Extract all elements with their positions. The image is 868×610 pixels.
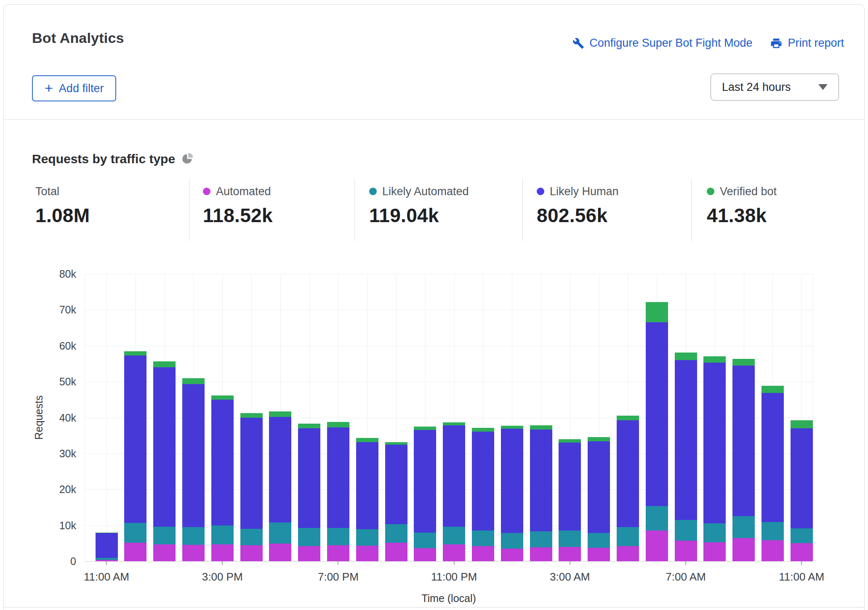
bar-segment-likely-automated	[791, 528, 813, 543]
y-tick-label: 60k	[32, 339, 76, 352]
bar-segment-likely-automated	[240, 529, 263, 545]
x-tick-label: 7:00 PM	[318, 570, 359, 583]
configure-super-bot-fight-mode-link[interactable]: Configure Super Bot Fight Mode	[572, 37, 752, 50]
stacked-bar-3-00-pm[interactable]	[211, 395, 234, 561]
stacked-bar-7-00-pm[interactable]	[327, 422, 349, 561]
bar-segment-automated	[182, 545, 205, 561]
stacked-bar-10-00-pm[interactable]	[414, 427, 436, 561]
bar-segment-automated	[298, 546, 320, 561]
bar-segment-likely-human	[472, 432, 494, 530]
bar-segment-likely-automated	[559, 530, 581, 546]
requests-by-traffic-type-chart: Requests Time (local) 010k20k30k40k50k60…	[85, 274, 813, 561]
x-gridline	[85, 274, 85, 561]
wrench-icon	[572, 37, 584, 49]
bar-segment-likely-human	[153, 367, 176, 527]
stacked-bar-9-00-am[interactable]	[732, 359, 755, 561]
stacked-bar-9-00-pm[interactable]	[385, 442, 407, 561]
stacked-bar-5-00-pm[interactable]	[269, 411, 291, 561]
bar-segment-verified-bot	[646, 302, 668, 322]
stat-verified-bot-label: Verified bot	[720, 185, 777, 198]
bot-analytics-card: Bot Analytics Configure Super Bot Fight …	[3, 4, 865, 610]
y-tick-label: 0	[32, 555, 76, 568]
bar-segment-verified-bot	[761, 386, 784, 393]
stat-likely-human: Likely Human 802.56k	[537, 185, 619, 227]
page-title: Bot Analytics	[32, 30, 124, 46]
stat-divider	[354, 179, 355, 241]
bar-segment-automated	[675, 541, 697, 561]
bar-segment-likely-automated	[617, 527, 639, 546]
stat-divider	[189, 179, 189, 241]
stat-total-label: Total	[35, 185, 59, 198]
stacked-bar-5-00-am[interactable]	[617, 416, 639, 561]
bar-segment-likely-automated	[530, 531, 552, 547]
bar-segment-automated	[240, 545, 263, 561]
y-gridline	[85, 561, 813, 562]
likely-human-legend-dot	[537, 188, 544, 195]
bar-segment-verified-bot	[385, 442, 407, 445]
bar-segment-likely-automated	[269, 522, 291, 544]
x-tick-mark	[338, 561, 338, 565]
bar-segment-verified-bot	[269, 411, 291, 417]
stat-automated-value: 118.52k	[203, 204, 273, 227]
stacked-bar-4-00-am[interactable]	[588, 437, 610, 561]
bar-segment-likely-automated	[588, 533, 610, 548]
bar-segment-likely-automated	[327, 528, 349, 546]
bar-segment-likely-human	[675, 360, 697, 520]
stacked-bar-12-00-pm[interactable]	[124, 351, 146, 561]
printer-icon	[770, 37, 783, 50]
bar-segment-verified-bot	[414, 427, 436, 430]
stacked-bar-4-00-pm[interactable]	[240, 413, 263, 561]
bar-segment-likely-automated	[385, 524, 407, 543]
bar-segment-likely-automated	[211, 525, 234, 544]
stacked-bar-2-00-pm[interactable]	[182, 378, 205, 561]
x-tick-mark	[106, 561, 107, 565]
bar-segment-verified-bot	[588, 437, 610, 441]
stacked-bar-11-00-pm[interactable]	[443, 422, 465, 561]
add-filter-button[interactable]: + Add filter	[32, 75, 116, 101]
bar-segment-likely-human	[96, 533, 118, 558]
stacked-bar-12-00-am[interactable]	[472, 428, 494, 561]
stacked-bar-11-00-am[interactable]	[791, 420, 813, 561]
bar-segment-likely-human	[327, 427, 349, 528]
x-tick-label: 11:00 AM	[779, 570, 824, 583]
stacked-bar-8-00-pm[interactable]	[356, 438, 378, 561]
pie-chart-icon	[182, 153, 193, 166]
bar-segment-likely-human	[761, 393, 784, 522]
bar-segment-verified-bot	[530, 425, 552, 429]
print-report-link[interactable]: Print report	[770, 37, 844, 50]
stacked-bar-6-00-pm[interactable]	[298, 424, 320, 561]
x-tick-mark	[222, 561, 223, 565]
stacked-bar-8-00-am[interactable]	[703, 356, 726, 561]
stacked-bar-6-00-am[interactable]	[646, 302, 668, 561]
bar-segment-automated	[414, 548, 436, 561]
bar-segment-automated	[761, 540, 784, 561]
bar-segment-likely-human	[703, 363, 726, 523]
stacked-bar-1-00-pm[interactable]	[153, 361, 176, 561]
header-actions: Configure Super Bot Fight Mode Print rep…	[572, 37, 844, 50]
stat-likely-automated: Likely Automated 119.04k	[369, 185, 469, 227]
stacked-bar-11-00-am[interactable]	[96, 533, 118, 561]
bar-segment-likely-human	[559, 443, 581, 530]
stat-verified-bot-value: 41.38k	[707, 204, 777, 227]
bar-segment-likely-automated	[298, 528, 320, 546]
chevron-down-icon	[818, 84, 828, 90]
stacked-bar-1-00-am[interactable]	[501, 426, 523, 561]
bar-segment-verified-bot	[703, 356, 726, 363]
y-tick-label: 30k	[32, 447, 76, 460]
bar-segment-likely-automated	[182, 527, 205, 545]
stacked-bar-7-00-am[interactable]	[675, 353, 697, 561]
bar-segment-automated	[617, 546, 639, 561]
bar-segment-automated	[501, 549, 523, 561]
bar-segment-verified-bot	[327, 422, 349, 427]
bar-segment-verified-bot	[153, 361, 176, 367]
y-tick-label: 40k	[32, 411, 76, 424]
stat-total-value: 1.08M	[35, 204, 90, 227]
time-range-select[interactable]: Last 24 hours	[711, 74, 839, 101]
header-divider	[4, 119, 864, 120]
stacked-bar-3-00-am[interactable]	[559, 439, 581, 561]
y-tick-label: 70k	[32, 303, 76, 316]
stacked-bar-2-00-am[interactable]	[530, 425, 552, 561]
x-tick-label: 11:00 PM	[431, 570, 477, 583]
stacked-bar-10-00-am[interactable]	[761, 386, 784, 561]
bar-segment-likely-human	[530, 430, 552, 531]
